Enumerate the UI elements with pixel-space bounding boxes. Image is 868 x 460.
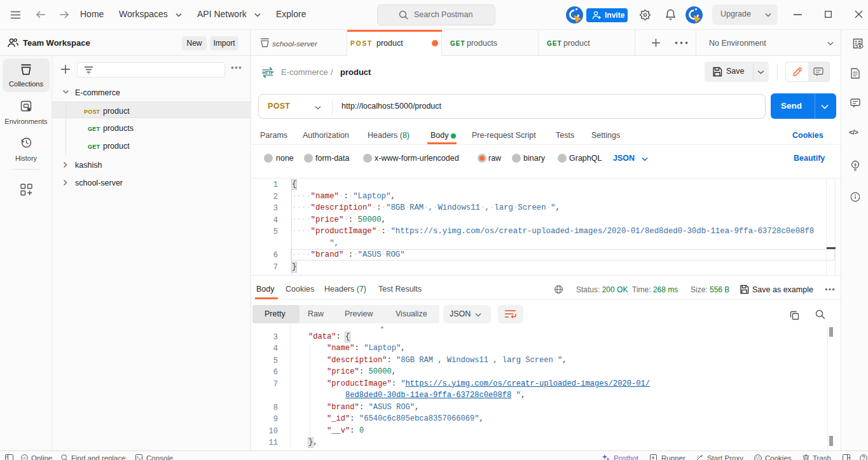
svg-text:HTTP: HTTP	[262, 70, 273, 76]
